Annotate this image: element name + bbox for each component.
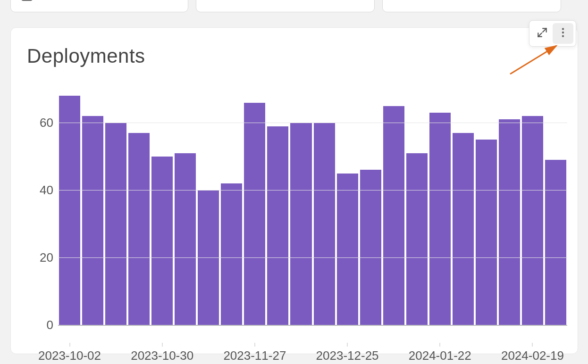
chart-bar[interactable] xyxy=(59,96,80,325)
grid-line xyxy=(58,123,567,123)
svg-rect-0 xyxy=(22,0,32,0)
calendar-icon xyxy=(20,0,34,2)
grid-line xyxy=(58,190,567,190)
chart-bar[interactable] xyxy=(545,160,566,325)
svg-point-8 xyxy=(562,35,564,37)
chart-area: 2023-10-022023-10-302023-11-272023-12-25… xyxy=(27,89,567,344)
svg-line-9 xyxy=(510,46,556,74)
grid-line xyxy=(58,257,567,258)
expand-icon xyxy=(536,26,548,41)
chart-bar[interactable] xyxy=(383,106,404,325)
chart-bars xyxy=(58,89,567,325)
filter-select-2[interactable]: Select values xyxy=(196,0,375,12)
chart-bar[interactable] xyxy=(244,103,265,325)
chart-bar[interactable] xyxy=(221,183,242,325)
chart-bar[interactable] xyxy=(290,123,311,325)
svg-line-5 xyxy=(538,33,542,37)
chart-bar[interactable] xyxy=(314,123,335,325)
chart-bar[interactable] xyxy=(128,133,150,325)
x-tick xyxy=(347,343,348,347)
card-title: Deployments xyxy=(27,45,145,67)
x-tick-label: 2023-10-30 xyxy=(131,348,193,363)
x-tick xyxy=(532,343,533,347)
x-tick-label: 2023-11-27 xyxy=(223,348,286,363)
x-tick-label: 2024-02-19 xyxy=(501,348,564,363)
chart-bar[interactable] xyxy=(337,174,358,325)
chart-bar[interactable] xyxy=(453,133,474,325)
chart-bar[interactable] xyxy=(151,157,173,325)
chart-bar[interactable] xyxy=(360,170,381,325)
annotation-arrow-icon xyxy=(507,41,564,79)
card-actions xyxy=(529,20,576,47)
x-tick xyxy=(69,343,70,347)
svg-point-7 xyxy=(562,32,564,33)
x-axis-line xyxy=(58,325,567,326)
chart-bar[interactable] xyxy=(429,113,451,325)
svg-point-6 xyxy=(562,28,564,30)
x-tick xyxy=(162,343,162,347)
kebab-icon xyxy=(557,26,569,41)
y-tick-label: 60 xyxy=(27,116,53,130)
filter-placeholder: Select values xyxy=(392,0,476,3)
chevron-down-icon xyxy=(168,0,178,0)
filter-select-3[interactable]: Select values xyxy=(382,0,561,12)
chart-bar[interactable] xyxy=(522,116,543,325)
svg-line-4 xyxy=(543,28,546,32)
date-range-filter[interactable]: Last 6 months incl... xyxy=(10,0,188,12)
x-tick xyxy=(254,343,255,347)
chart-bar[interactable] xyxy=(476,140,497,325)
chart-bar[interactable] xyxy=(105,123,126,325)
chart-x-labels: 2023-10-022023-10-302023-11-272023-12-25… xyxy=(58,347,567,364)
deployments-card: Deployments xyxy=(10,27,578,354)
chart-bar[interactable] xyxy=(499,119,520,325)
date-range-label: Last 6 months incl... xyxy=(39,0,163,3)
more-options-button[interactable] xyxy=(553,23,573,44)
chart-bar[interactable] xyxy=(406,153,428,325)
expand-button[interactable] xyxy=(532,23,553,44)
filter-placeholder: Select values xyxy=(206,0,290,3)
filter-row: Last 6 months incl... Select values Sele… xyxy=(10,0,578,12)
x-tick-label: 2024-01-22 xyxy=(409,348,471,363)
y-tick-label: 40 xyxy=(27,183,53,198)
x-tick-label: 2023-10-02 xyxy=(38,348,101,363)
x-tick xyxy=(440,343,440,347)
x-tick-label: 2023-12-25 xyxy=(316,348,379,363)
y-tick-label: 0 xyxy=(27,318,53,332)
chart-bar[interactable] xyxy=(82,116,103,325)
chart-bar[interactable] xyxy=(267,126,288,325)
chart-bar[interactable] xyxy=(175,153,196,325)
chart-plot xyxy=(58,89,567,325)
y-tick-label: 20 xyxy=(27,250,53,265)
